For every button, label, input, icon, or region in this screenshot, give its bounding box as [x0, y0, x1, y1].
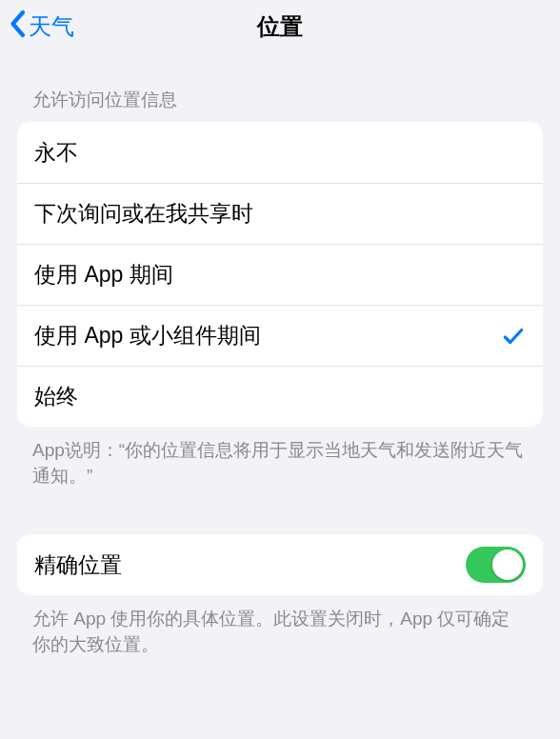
option-never[interactable]: 永不: [17, 122, 543, 183]
precise-location-switch[interactable]: [466, 547, 526, 583]
back-label: 天气: [29, 11, 74, 42]
precise-label: 精确位置: [34, 550, 122, 580]
access-options-group: 永不 下次询问或在我共享时 使用 App 期间 使用 App 或小组件期间 始终: [17, 122, 543, 427]
option-label: 使用 App 或小组件期间: [34, 321, 261, 350]
option-label: 下次询问或在我共享时: [34, 199, 253, 229]
section-header-access: 允许访问位置信息: [0, 53, 560, 122]
option-ask-next-time[interactable]: 下次询问或在我共享时: [17, 183, 543, 244]
chevron-left-icon: [8, 10, 27, 44]
section-footer-access: App说明：“你的位置信息将用于显示当地天气和发送附近天气通知。”: [0, 427, 560, 489]
page-title: 位置: [0, 11, 560, 42]
nav-bar: 天气 位置: [0, 0, 560, 53]
option-while-using-widgets[interactable]: 使用 App 或小组件期间: [17, 305, 543, 366]
precise-group: 精确位置: [17, 534, 543, 595]
precise-location-row: 精确位置: [17, 534, 543, 595]
option-label: 永不: [34, 138, 78, 168]
option-always[interactable]: 始终: [17, 366, 543, 427]
section-footer-precise: 允许 App 使用你的具体位置。此设置关闭时，App 仅可确定你的大致位置。: [0, 595, 560, 657]
option-label: 始终: [34, 382, 78, 411]
back-button[interactable]: 天气: [0, 10, 74, 44]
checkmark-icon: [501, 324, 526, 349]
switch-thumb: [492, 549, 523, 580]
option-while-using-app[interactable]: 使用 App 期间: [17, 244, 543, 305]
option-label: 使用 App 期间: [34, 260, 173, 290]
